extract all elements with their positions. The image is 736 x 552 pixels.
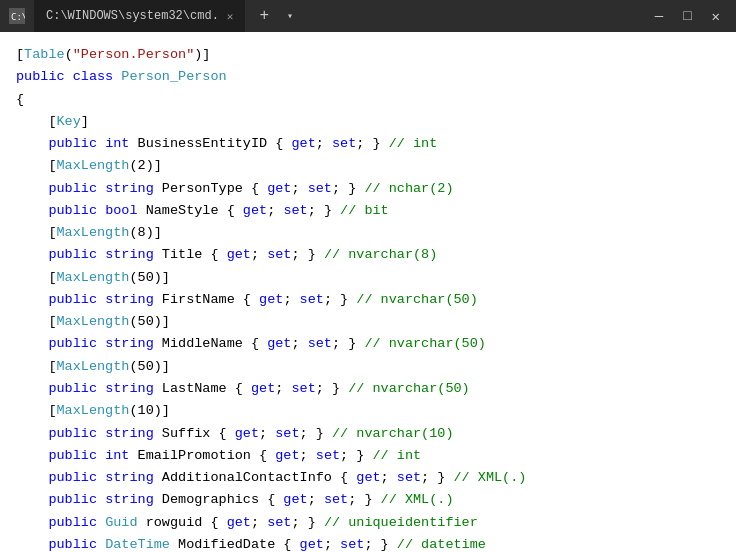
code-token: bool — [105, 203, 137, 218]
code-token: // nvarchar(50) — [356, 292, 478, 307]
code-token: Title { — [154, 247, 227, 262]
code-line: public string FirstName { get; set; } //… — [16, 289, 720, 311]
code-token: // nvarchar(50) — [364, 336, 486, 351]
code-line: [MaxLength(2)] — [16, 155, 720, 177]
code-line: public bool NameStyle { get; set; } // b… — [16, 200, 720, 222]
code-token — [97, 247, 105, 262]
code-token — [16, 381, 48, 396]
code-line: [MaxLength(10)] — [16, 400, 720, 422]
code-token: get — [267, 336, 291, 351]
code-line: [Key] — [16, 111, 720, 133]
active-tab[interactable]: C:\WINDOWS\system32\cmd. ✕ — [34, 0, 245, 32]
dropdown-button[interactable]: ▾ — [283, 10, 297, 22]
code-token: ; — [283, 292, 299, 307]
code-token: )] — [194, 47, 210, 62]
code-token: public — [48, 336, 97, 351]
code-token: // bit — [340, 203, 389, 218]
code-token: "Person.Person" — [73, 47, 195, 62]
code-token — [16, 448, 48, 463]
code-token: string — [105, 181, 154, 196]
code-token — [16, 314, 48, 329]
maximize-button[interactable]: □ — [675, 6, 699, 27]
code-token: set — [267, 247, 291, 262]
code-token: public — [48, 492, 97, 507]
code-token — [16, 292, 48, 307]
code-token: ; — [267, 203, 283, 218]
close-button[interactable]: ✕ — [704, 6, 728, 27]
code-token: string — [105, 292, 154, 307]
code-token — [16, 537, 48, 552]
code-token: Person_Person — [121, 69, 226, 84]
code-token: get — [259, 292, 283, 307]
code-token: (50)] — [129, 359, 170, 374]
code-token — [97, 537, 105, 552]
code-token: get — [291, 136, 315, 151]
code-token: ; — [381, 470, 397, 485]
code-token: // int — [389, 136, 438, 151]
code-line: public Guid rowguid { get; set; } // uni… — [16, 512, 720, 534]
code-token: get — [275, 448, 299, 463]
code-token: ] — [81, 114, 89, 129]
code-token: set — [291, 381, 315, 396]
code-token: int — [105, 448, 129, 463]
code-token: PersonType { — [154, 181, 267, 196]
tab-title: C:\WINDOWS\system32\cmd. — [46, 9, 219, 23]
code-token: (8)] — [129, 225, 161, 240]
code-token: ; } — [340, 448, 372, 463]
code-token — [65, 69, 73, 84]
code-token: ModifiedDate { — [170, 537, 300, 552]
code-token: public — [48, 181, 97, 196]
code-token: [ — [16, 47, 24, 62]
code-token: ( — [65, 47, 73, 62]
code-token — [97, 203, 105, 218]
code-token: set — [316, 448, 340, 463]
code-token: (50)] — [129, 314, 170, 329]
code-token: MaxLength — [57, 314, 130, 329]
code-token — [97, 381, 105, 396]
code-token: ; — [324, 537, 340, 552]
code-token: ; } — [364, 537, 396, 552]
code-token: EmailPromotion { — [129, 448, 275, 463]
code-token — [16, 225, 48, 240]
code-token: FirstName { — [154, 292, 259, 307]
code-line: public string Title { get; set; } // nva… — [16, 244, 720, 266]
code-token: // XML(.) — [454, 470, 527, 485]
code-line: [Table("Person.Person")] — [16, 44, 720, 66]
code-line: [MaxLength(50)] — [16, 356, 720, 378]
code-token — [16, 136, 48, 151]
code-token: ; — [259, 426, 275, 441]
code-token: get — [267, 181, 291, 196]
code-token: ; — [300, 448, 316, 463]
code-token: public — [16, 69, 65, 84]
code-token: get — [356, 470, 380, 485]
code-token: // XML(.) — [381, 492, 454, 507]
code-token: public — [48, 537, 97, 552]
code-token: get — [243, 203, 267, 218]
code-token: class — [73, 69, 114, 84]
code-token: [ — [48, 403, 56, 418]
code-token: // uniqueidentifier — [324, 515, 478, 530]
code-token: MaxLength — [57, 403, 130, 418]
code-token — [97, 336, 105, 351]
code-token — [16, 114, 48, 129]
code-token: // int — [373, 448, 422, 463]
code-token: { — [16, 92, 24, 107]
code-token: set — [308, 181, 332, 196]
code-line: { — [16, 89, 720, 111]
tab-close-button[interactable]: ✕ — [227, 10, 234, 23]
code-token: set — [324, 492, 348, 507]
code-token: public — [48, 136, 97, 151]
code-token: set — [275, 426, 299, 441]
code-token: ; } — [300, 426, 332, 441]
code-token: string — [105, 492, 154, 507]
code-token: MaxLength — [57, 158, 130, 173]
code-token: MaxLength — [57, 225, 130, 240]
code-token: set — [340, 537, 364, 552]
code-token: string — [105, 470, 154, 485]
titlebar: C:\ C:\WINDOWS\system32\cmd. ✕ + ▾ — □ ✕ — [0, 0, 736, 32]
new-tab-button[interactable]: + — [253, 7, 275, 25]
code-token — [97, 181, 105, 196]
minimize-button[interactable]: — — [647, 6, 671, 27]
code-token — [97, 470, 105, 485]
code-editor[interactable]: [Table("Person.Person")]public class Per… — [0, 32, 736, 552]
